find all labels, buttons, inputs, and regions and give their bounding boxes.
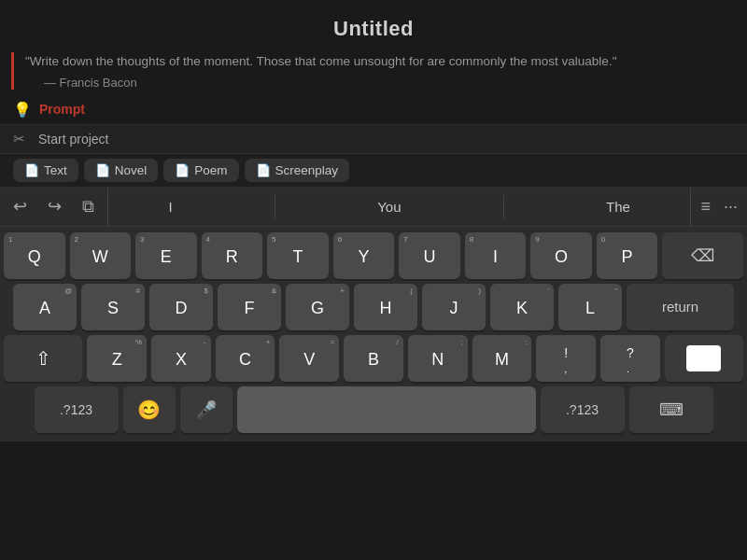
text-tab-label: Text [44, 163, 67, 177]
key-k[interactable]: 'K [490, 284, 554, 330]
key-e[interactable]: 3E [135, 232, 197, 279]
key-delete[interactable]: ⌫ [662, 232, 743, 279]
key-u[interactable]: 7U [399, 232, 460, 279]
autocomplete-bar: ↩ ↪ ⧉ I You The ≡ ··· [0, 188, 747, 227]
autocomplete-word-1[interactable]: I [150, 199, 191, 215]
keyboard-row-1: 1Q 2W 3E 4R 5T 6Y 7U 8I 9O 0P ⌫ [4, 232, 743, 279]
key-123-label: .?123 [60, 402, 92, 417]
copy-button[interactable]: ⧉ [78, 193, 98, 220]
key-123-right[interactable]: .?123 [541, 386, 625, 433]
key-z[interactable]: %Z [87, 335, 147, 382]
key-t[interactable]: 5T [267, 232, 329, 279]
key-return[interactable]: return [627, 284, 734, 330]
key-space[interactable] [237, 386, 536, 433]
poem-tab-icon: 📄 [175, 163, 190, 177]
screenplay-tab-label: Screenplay [275, 163, 339, 177]
more-button[interactable]: ··· [724, 197, 738, 217]
key-g[interactable]: +G [286, 284, 349, 330]
undo-redo-group: ↩ ↪ ⧉ [0, 192, 107, 220]
page-title: Untitled [333, 17, 414, 40]
ac-actions: ≡ ··· [691, 197, 747, 217]
keyboard-row-3: ⇧ %Z -X +C =V /B ;N :M !, ?. ⇧ [4, 335, 743, 382]
keyboard: 1Q 2W 3E 4R 5T 6Y 7U 8I 9O 0P ⌫ @A #S $D… [0, 227, 747, 441]
key-h[interactable]: (H [354, 284, 417, 330]
key-o[interactable]: 9O [530, 232, 592, 279]
quote-attribution: — Francis Bacon [25, 76, 736, 90]
autocomplete-word-3[interactable]: The [587, 199, 649, 215]
header: Untitled [0, 0, 747, 47]
prompt-bar[interactable]: 💡 Prompt [0, 95, 747, 125]
key-123[interactable]: .?123 [35, 386, 119, 433]
redo-button[interactable]: ↪ [44, 192, 65, 220]
tab-screenplay[interactable]: 📄 Screenplay [245, 159, 350, 182]
doc-tabs: 📄 Text 📄 Novel 📄 Poem 📄 Screenplay [0, 154, 747, 188]
key-microphone[interactable]: 🎤 [180, 386, 233, 433]
key-i[interactable]: 8I [465, 232, 527, 279]
key-c[interactable]: +C [216, 335, 275, 382]
screenplay-tab-icon: 📄 [256, 163, 271, 177]
key-keyboard[interactable]: ⌨ [629, 386, 713, 433]
key-question[interactable]: ?. [600, 335, 660, 382]
keyboard-row-2: @A #S $D &F +G (H )J 'K "L return [4, 284, 743, 330]
text-tab-icon: 📄 [24, 163, 39, 177]
key-exclaim[interactable]: !, [536, 335, 596, 382]
keyboard-row-4: .?123 😊 🎤 .?123 ⌨ [4, 386, 743, 433]
key-m[interactable]: :M [472, 335, 532, 382]
key-shift-right[interactable]: ⇧ [665, 335, 743, 382]
toolbar-icon: ✂ [13, 131, 25, 147]
novel-tab-icon: 📄 [95, 163, 110, 177]
key-a[interactable]: @A [13, 284, 77, 330]
key-s[interactable]: #S [81, 284, 145, 330]
tab-text[interactable]: 📄 Text [13, 159, 78, 182]
key-b[interactable]: /B [344, 335, 403, 382]
toolbar: ✂ Start project [0, 125, 747, 154]
poem-tab-label: Poem [194, 163, 227, 177]
key-v[interactable]: =V [279, 335, 339, 382]
key-l[interactable]: "L [558, 284, 622, 330]
divider-1 [275, 195, 275, 218]
autocomplete-word-2[interactable]: You [359, 199, 419, 215]
key-n[interactable]: ;N [408, 335, 468, 382]
autocomplete-words: I You The [107, 188, 691, 226]
undo-button[interactable]: ↩ [9, 192, 31, 220]
key-w[interactable]: 2W [70, 232, 132, 279]
key-j[interactable]: )J [422, 284, 486, 330]
tab-poem[interactable]: 📄 Poem [163, 159, 238, 182]
microphone-icon: 🎤 [196, 399, 217, 420]
start-project-label: Start project [38, 132, 108, 147]
prompt-label: Prompt [39, 102, 85, 117]
tab-novel[interactable]: 📄 Novel [84, 159, 159, 182]
novel-tab-label: Novel [115, 163, 148, 177]
quote-text: "Write down the thoughts of the moment. … [25, 52, 736, 72]
key-shift-left[interactable]: ⇧ [4, 335, 82, 382]
key-d[interactable]: $D [149, 284, 213, 330]
quote-block: "Write down the thoughts of the moment. … [11, 52, 736, 90]
key-emoji[interactable]: 😊 [123, 386, 176, 433]
divider-2 [503, 195, 504, 218]
key-f[interactable]: &F [218, 284, 281, 330]
key-123-right-label: .?123 [566, 402, 599, 417]
emoji-icon: 😊 [137, 399, 161, 421]
key-x[interactable]: -X [151, 335, 211, 382]
format-button[interactable]: ≡ [700, 197, 711, 217]
key-q[interactable]: 1Q [4, 232, 65, 279]
keyboard-icon: ⌨ [659, 399, 684, 420]
key-y[interactable]: 6Y [333, 232, 395, 279]
prompt-icon: 💡 [13, 101, 32, 119]
key-p[interactable]: 0P [597, 232, 658, 279]
key-r[interactable]: 4R [202, 232, 263, 279]
